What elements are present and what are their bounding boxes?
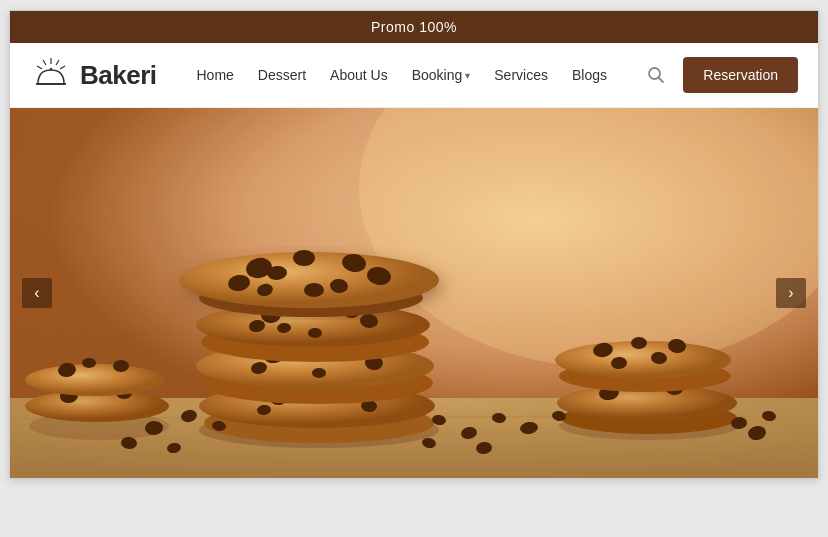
logo-icon [30,54,72,96]
reservation-button[interactable]: Reservation [683,57,798,93]
prev-arrow-icon: ‹ [34,284,39,302]
svg-line-2 [60,66,65,69]
hero-cookies-illustration [10,108,818,478]
slider-prev-button[interactable]: ‹ [22,278,52,308]
search-icon[interactable] [641,60,671,90]
header: Bakeri Home Dessert About Us Booking ▾ S… [10,43,818,108]
nav-item-booking[interactable]: Booking ▾ [402,61,481,89]
nav-item-blogs[interactable]: Blogs [562,61,617,89]
svg-line-1 [56,60,59,65]
nav-item-about[interactable]: About Us [320,61,398,89]
svg-point-6 [50,68,52,70]
hero-image-area [10,108,818,478]
nav-item-services[interactable]: Services [484,61,558,89]
promo-bar: Promo 100% [10,11,818,43]
main-frame: Promo 100% Bakeri [9,10,819,479]
nav-item-dessert[interactable]: Dessert [248,61,316,89]
svg-line-4 [37,66,42,69]
svg-line-8 [659,78,664,83]
svg-line-3 [43,60,46,65]
next-arrow-icon: › [788,284,793,302]
promo-text: Promo 100% [371,19,457,35]
hero-slider: ‹ › [10,108,818,478]
chevron-down-icon: ▾ [465,70,470,81]
svg-rect-87 [10,108,818,478]
slider-next-button[interactable]: › [776,278,806,308]
logo-link[interactable]: Bakeri [30,54,157,96]
logo-text: Bakeri [80,60,157,91]
nav-item-home[interactable]: Home [187,61,244,89]
main-nav: Home Dessert About Us Booking ▾ Services… [187,61,642,89]
